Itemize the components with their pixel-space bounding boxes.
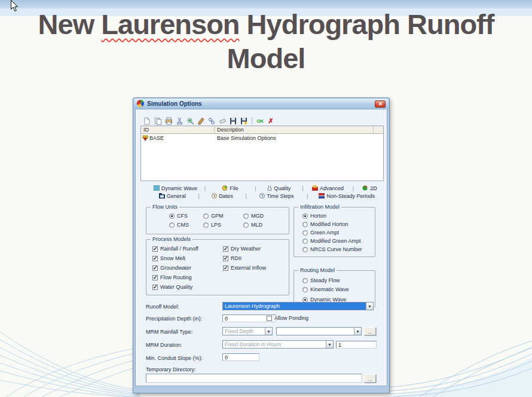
tab-dates[interactable]: Dates: [200, 193, 245, 199]
find-button[interactable]: [186, 117, 194, 125]
list-cell-id: BASE: [149, 135, 164, 141]
tab-non-steady-periods[interactable]: Non-Steady Periods: [308, 193, 385, 199]
column-header-id[interactable]: ID: [141, 126, 215, 133]
cancel-button[interactable]: ✗: [267, 117, 275, 125]
radio-cms[interactable]: CMS: [169, 222, 189, 228]
column-header-description[interactable]: Description: [215, 126, 374, 133]
print-icon: [165, 117, 173, 125]
mrm-rainfall-series-select[interactable]: ▼: [276, 327, 362, 335]
radio-green-ampt[interactable]: Green Ampt: [302, 230, 339, 236]
tab-label: Quality: [274, 185, 291, 191]
save-icon: [230, 117, 237, 125]
tab-general[interactable]: General: [147, 193, 197, 199]
column-header-spacer: [374, 126, 383, 133]
radio-gpm[interactable]: GPM: [203, 213, 224, 219]
page-title: New Laurenson Hydrograph RunoffModel: [0, 7, 532, 75]
chevron-down-icon[interactable]: ▼: [354, 328, 361, 335]
dialog-titlebar[interactable]: Simulation Options: [134, 99, 389, 109]
checkbox-flow-routing[interactable]: Flow Routing: [152, 274, 192, 280]
checkbox-external-inflow[interactable]: External Inflow: [223, 265, 266, 271]
runoff-model-value: Laurenson Hydrograph: [223, 303, 366, 310]
radio-horton[interactable]: Horton: [302, 213, 326, 219]
radio-modified-green-ampt[interactable]: Modified Green Ampt: [302, 238, 361, 244]
directory-browse-button[interactable]: ...: [364, 374, 376, 383]
flow-units-group: Flow Units CFS GPM MGD CMS LPS MLD: [146, 207, 289, 234]
edit-button[interactable]: [197, 117, 205, 125]
tab-label: 2D: [370, 185, 377, 191]
list-row-base[interactable]: BASE Base Simulation Options: [141, 134, 383, 142]
rainfall-browse-button[interactable]: ...: [364, 327, 376, 335]
list-header: ID Description: [141, 126, 383, 134]
min-conduit-slope-input[interactable]: [222, 353, 259, 361]
dialog-toolbar: OK ✗: [143, 116, 275, 126]
tab-file[interactable]: File: [206, 185, 254, 191]
link-icon: [208, 117, 215, 125]
radio-cfs[interactable]: CFS: [169, 213, 188, 219]
allow-ponding-checkbox[interactable]: Allow Ponding: [267, 315, 308, 321]
radio-label: LPS: [211, 222, 221, 228]
radio-icon: [302, 287, 308, 292]
process-models-caption: Process Models: [151, 236, 192, 242]
radio-nrcs-curve-number[interactable]: NRCS Curve Number: [302, 246, 362, 252]
radio-label: Steady Flow: [310, 277, 340, 283]
checkbox-water-quality[interactable]: Water Quality: [152, 284, 192, 290]
radio-label: MLD: [251, 222, 262, 228]
checkbox-dry-weather[interactable]: Dry Weather: [223, 246, 261, 252]
process-models-group: Process Models Rainfall / Runoff Snow Me…: [146, 239, 289, 295]
checkbox-snow-melt[interactable]: Snow Melt: [152, 255, 185, 261]
radio-mld[interactable]: MLD: [243, 222, 262, 228]
save-button[interactable]: [229, 117, 237, 125]
precipitation-depth-label: Precipitation Depth (in):: [146, 316, 202, 322]
checkbox-icon: [223, 256, 228, 261]
radio-lps[interactable]: LPS: [203, 222, 221, 228]
new-button[interactable]: [143, 117, 151, 125]
radio-kinematic-wave[interactable]: Kinematic Wave: [302, 286, 349, 292]
radio-mgd[interactable]: MGD: [243, 213, 264, 219]
tab-2d[interactable]: 2D: [354, 185, 385, 191]
copy-icon: [154, 117, 162, 125]
mrm-duration-hours-input[interactable]: [336, 341, 377, 349]
chevron-down-icon[interactable]: ▼: [366, 303, 373, 310]
tab-time-steps[interactable]: Time Steps: [247, 193, 306, 199]
quality-icon: [267, 185, 272, 191]
pencil-icon: [198, 117, 204, 125]
radio-icon: [302, 213, 308, 219]
ok-button[interactable]: OK: [256, 117, 264, 125]
radio-icon: [302, 278, 308, 283]
checkbox-groundwater[interactable]: Groundwater: [152, 265, 191, 271]
erase-button[interactable]: [218, 117, 227, 125]
dates-icon: [212, 193, 217, 198]
radio-icon: [169, 213, 175, 219]
checkbox-rdii[interactable]: RDII: [223, 255, 241, 261]
radio-icon: [302, 239, 308, 244]
mrm-duration-select[interactable]: Fixed Duration in Hours ▼: [222, 340, 334, 349]
runoff-model-select[interactable]: Laurenson Hydrograph ▼: [222, 302, 374, 310]
tab-quality[interactable]: Quality: [257, 185, 302, 191]
checkbox-icon: [223, 246, 228, 252]
mrm-rainfall-type-value: Fixed Depth: [223, 328, 265, 334]
radio-steady-flow[interactable]: Steady Flow: [302, 277, 340, 283]
link-button[interactable]: [207, 117, 216, 125]
tab-advanced[interactable]: Advanced: [304, 185, 352, 191]
print-button[interactable]: [164, 117, 173, 125]
tab-dynamic-wave[interactable]: Dynamic Wave: [147, 185, 204, 191]
checkbox-label: Flow Routing: [160, 274, 192, 280]
radio-label: Modified Horton: [310, 221, 348, 227]
close-button[interactable]: [375, 100, 386, 108]
simulation-options-dialog: Simulation Options OK: [133, 97, 390, 393]
temporary-directory-input[interactable]: [146, 374, 362, 383]
radio-icon: [243, 222, 249, 228]
radio-label: GPM: [211, 213, 224, 219]
chevron-down-icon[interactable]: ▼: [265, 328, 272, 335]
chevron-down-icon[interactable]: ▼: [326, 341, 333, 348]
save-as-button[interactable]: [240, 117, 248, 125]
find-icon: [186, 117, 194, 125]
checkbox-label: RDII: [231, 255, 241, 261]
cut-button[interactable]: [175, 117, 184, 125]
radio-modified-horton[interactable]: Modified Horton: [302, 221, 348, 227]
checkbox-rainfall-runoff[interactable]: Rainfall / Runoff: [152, 246, 198, 252]
checkbox-icon: [223, 265, 228, 271]
copy-button[interactable]: [154, 117, 162, 125]
checkbox-label: External Inflow: [231, 265, 266, 271]
mrm-rainfall-type-select[interactable]: Fixed Depth ▼: [222, 327, 273, 335]
